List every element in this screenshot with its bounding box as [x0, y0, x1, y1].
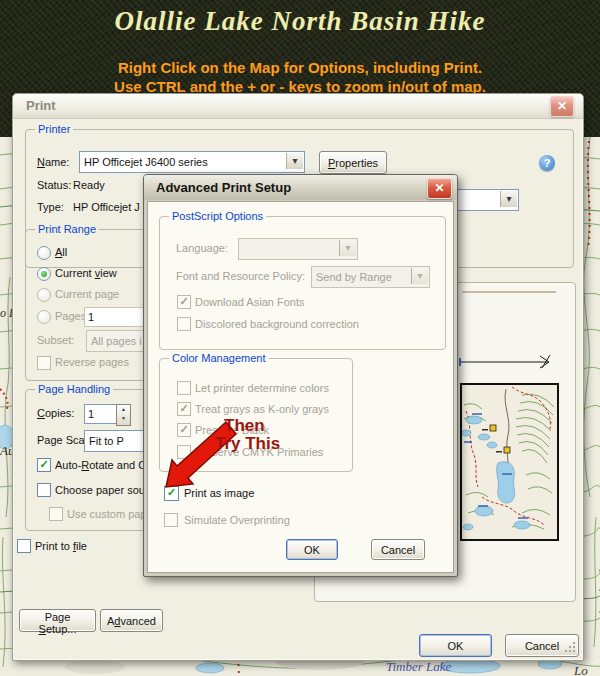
language-label: Language:	[176, 242, 228, 255]
font-policy-label: Font and Resource Policy:	[176, 270, 305, 283]
reverse-pages-label: Reverse pages	[55, 356, 129, 369]
advanced-print-setup-dialog: Advanced Print Setup ✕ PostScript Option…	[143, 174, 458, 577]
printer-group-label: Printer	[35, 123, 73, 136]
simulate-overprinting-label: Simulate Overprinting	[184, 514, 290, 527]
let-printer-determine-label: Let printer determine colors	[195, 382, 329, 395]
simulate-overprinting-checkbox	[164, 513, 178, 527]
annotation-line-1: Then	[224, 416, 265, 436]
chevron-down-icon[interactable]: ▾	[500, 191, 517, 207]
auto-rotate-label[interactable]: Auto-Rotate and C	[55, 459, 146, 472]
print-dialog-title: Print	[26, 98, 56, 113]
radio-current-view-label[interactable]: Current view	[55, 267, 117, 280]
advanced-dialog-title: Advanced Print Setup	[156, 180, 291, 195]
preview-map-thumbnail	[460, 383, 559, 541]
print-range-group-label: Print Range	[35, 223, 99, 236]
chevron-down-icon[interactable]: ▾	[286, 153, 303, 169]
chevron-down-icon: ▾	[411, 268, 428, 284]
discolored-bg-label: Discolored background correction	[195, 318, 359, 331]
color-management-group-label: Color Management	[169, 352, 269, 365]
treat-grays-checkbox: ✓	[177, 402, 191, 416]
discolored-bg-checkbox	[177, 317, 191, 331]
spin-up-icon[interactable]: ▲	[121, 406, 126, 412]
let-printer-determine-checkbox	[177, 381, 191, 395]
close-icon[interactable]: ✕	[550, 96, 574, 117]
copies-input[interactable]	[84, 404, 117, 424]
page-scaling-value: Fit to P	[89, 435, 124, 447]
page: { "header": { "title": "Olallie Lake Nor…	[0, 0, 600, 676]
preview-width-arrow	[458, 353, 554, 369]
radio-current-view[interactable]	[37, 267, 51, 281]
check-icon: ✓	[39, 458, 48, 470]
check-icon: ✓	[179, 402, 188, 414]
radio-pages	[37, 310, 51, 324]
download-asian-fonts-checkbox: ✓	[177, 295, 191, 309]
treat-grays-label: Treat grays as K-only grays	[195, 403, 329, 416]
radio-current-page	[37, 288, 51, 302]
check-icon: ✓	[179, 295, 188, 307]
annotation-line-2: Try This	[215, 434, 280, 454]
spin-down-icon[interactable]: ▼	[121, 415, 126, 421]
radio-all[interactable]	[37, 246, 51, 260]
chevron-down-icon: ▾	[339, 240, 356, 256]
advanced-ok-button[interactable]: OK	[286, 539, 338, 560]
reverse-pages-checkbox	[37, 356, 51, 370]
subset-value: All pages i	[91, 335, 142, 347]
advanced-button[interactable]: Advanced	[100, 609, 163, 632]
subset-label: Subset:	[37, 334, 74, 347]
page-setup-button[interactable]: Page Setup...	[19, 609, 96, 632]
font-policy-select: Send by Range ▾	[311, 266, 430, 288]
copies-stepper[interactable]: ▲▼	[116, 404, 131, 426]
radio-all-label[interactable]: All	[55, 246, 67, 259]
page-handling-group-label: Page Handling	[35, 383, 113, 396]
printer-status-value: Ready	[73, 179, 105, 192]
language-select: ▾	[238, 238, 358, 260]
properties-button[interactable]: Properties	[319, 151, 387, 174]
printer-type-value: HP Officejet J	[73, 201, 140, 214]
map-label-timber-lake: Timber Lake	[386, 659, 452, 674]
print-to-file-label[interactable]: Print to file	[35, 540, 87, 553]
printer-name-select[interactable]: HP Officejet J6400 series ▾	[79, 151, 305, 173]
print-dialog-titlebar[interactable]: Print ✕	[13, 94, 583, 119]
pages-input	[84, 307, 149, 327]
advanced-dialog-titlebar[interactable]: Advanced Print Setup ✕	[144, 175, 457, 200]
map-label-lo: Lo	[573, 663, 588, 676]
help-icon[interactable]: ?	[539, 155, 555, 171]
preview-paper-edge	[462, 291, 556, 293]
auto-rotate-checkbox[interactable]: ✓	[37, 458, 51, 472]
print-cancel-button[interactable]: Cancel	[505, 634, 579, 657]
use-custom-paper-checkbox	[49, 507, 63, 521]
font-policy-value: Send by Range	[316, 271, 392, 283]
use-custom-paper-label: Use custom pap	[67, 508, 146, 521]
printer-status-label: Status:	[37, 179, 71, 192]
print-ok-button[interactable]: OK	[419, 634, 492, 657]
preview-map-image	[462, 385, 557, 539]
postscript-group-label: PostScript Options	[169, 210, 266, 223]
advanced-cancel-button[interactable]: Cancel	[371, 539, 425, 560]
page-title: Olallie Lake North Basin Hike	[0, 6, 600, 37]
printer-name-value: HP Officejet J6400 series	[84, 156, 208, 168]
copies-label: Copies:	[37, 407, 74, 420]
radio-pages-label: Pages	[55, 310, 86, 323]
close-icon[interactable]: ✕	[427, 178, 452, 199]
choose-paper-label[interactable]: Choose paper sour	[55, 484, 149, 497]
radio-current-page-label: Current page	[55, 288, 119, 301]
printer-type-label: Type:	[37, 201, 64, 214]
print-to-file-checkbox[interactable]	[17, 539, 31, 553]
printer-name-label: Name:	[37, 156, 69, 169]
choose-paper-checkbox[interactable]	[37, 483, 51, 497]
instruction-line-1: Right Click on the Map for Options, incl…	[0, 59, 600, 76]
radio-dot	[41, 271, 47, 277]
download-asian-fonts-label: Download Asian Fonts	[195, 296, 304, 309]
